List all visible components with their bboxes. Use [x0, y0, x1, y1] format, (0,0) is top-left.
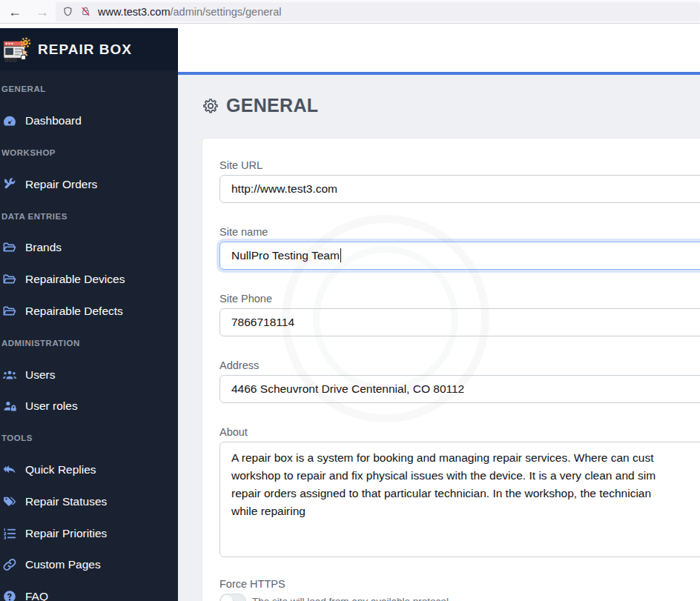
section-label-workshop: WORKSHOP [0, 137, 178, 169]
forward-button[interactable]: → [36, 1, 49, 23]
sidebar-item-label: Repairable Devices [25, 273, 125, 286]
sidebar-item-repair-orders[interactable]: Repair Orders [0, 168, 178, 200]
sidebar-nav: GENERAL Dashboard WORKSHOP Repair Orders… [0, 70, 178, 601]
site-url-label: Site URL [219, 158, 700, 173]
sidebar-item-dashboard[interactable]: Dashboard [0, 105, 178, 137]
sidebar-item-repair-priorities[interactable]: Repair Priorities [0, 517, 178, 549]
browser-toolbar: ← → www.test3.com/admin/settings/general [0, 0, 700, 24]
sidebar-brand[interactable]: REPAIR BOX [0, 28, 178, 70]
sidebar-item-label: Repair Orders [25, 178, 97, 191]
site-url-input[interactable]: http://www.test3.com [219, 175, 700, 203]
folder-open-icon [2, 240, 19, 255]
back-button[interactable]: ← [8, 1, 22, 23]
url-host: www.test3.com [98, 6, 171, 18]
sidebar-item-label: Repair Priorities [25, 527, 107, 540]
gauge-icon [2, 113, 19, 128]
sidebar-item-label: User roles [25, 399, 78, 413]
sidebar-item-brands[interactable]: Brands [0, 232, 178, 264]
brand-name: REPAIR BOX [38, 41, 132, 58]
sidebar-item-label: Custom Pages [25, 558, 101, 571]
sidebar-item-custom-pages[interactable]: Custom Pages [0, 549, 178, 581]
force-https-description: The site will load from any available pr… [252, 594, 449, 601]
circle-question-icon [2, 589, 19, 601]
top-navbar [178, 24, 700, 72]
folder-open-icon [2, 272, 19, 287]
tags-icon [2, 494, 19, 509]
sidebar-item-label: Brands [25, 241, 62, 254]
settings-form-card: Site URL http://www.test3.com Site name … [202, 138, 700, 601]
site-phone-label: Site Phone [219, 291, 700, 306]
link-icon [2, 557, 19, 572]
sidebar-item-repairable-devices[interactable]: Repairable Devices [0, 264, 178, 296]
url-bar[interactable]: www.test3.com/admin/settings/general [56, 2, 700, 21]
sidebar-item-label: Repairable Defects [25, 305, 123, 318]
sidebar-item-users[interactable]: Users [0, 359, 178, 391]
sidebar-item-label: Quick Replies [25, 463, 96, 477]
url-path: /admin/settings/general [171, 6, 282, 18]
tools-icon [2, 177, 19, 192]
main-content: GENERAL Site URL http://www.test3.com Si… [178, 75, 700, 601]
sidebar-item-faq[interactable]: FAQ [0, 581, 178, 601]
about-label: About [219, 425, 700, 439]
page-title: GENERAL [202, 95, 318, 116]
site-phone-input[interactable]: 7866718114 [219, 308, 700, 336]
section-label-tools: TOOLS [0, 422, 178, 454]
app-frame: REPAIR BOX GENERAL Dashboard WORKSHOP Re… [0, 24, 700, 601]
gear-icon [202, 97, 219, 115]
sidebar-item-label: Repair Statuses [25, 495, 107, 508]
about-textarea[interactable]: A repair box is a system for booking and… [219, 442, 700, 557]
sidebar-item-repairable-defects[interactable]: Repairable Defects [0, 296, 178, 328]
lock-slash-icon[interactable] [80, 6, 91, 17]
site-name-input[interactable]: NullPro Testing Team [219, 242, 700, 270]
sidebar-item-label: Users [25, 368, 55, 382]
users-icon [2, 368, 19, 382]
force-https-label: Force HTTPS [219, 577, 700, 591]
reply-icon [2, 462, 19, 477]
section-label-administration: ADMINISTRATION [0, 327, 178, 359]
sidebar-item-quick-replies[interactable]: Quick Replies [0, 454, 178, 486]
force-https-row: The site will load from any available pr… [219, 594, 700, 601]
sidebar-item-repair-statuses[interactable]: Repair Statuses [0, 485, 178, 517]
sidebar-item-label: FAQ [25, 590, 48, 601]
url-text[interactable]: www.test3.com/admin/settings/general [98, 6, 281, 18]
page-title-text: GENERAL [226, 95, 318, 116]
text-caret [340, 248, 342, 262]
site-name-label: Site name [219, 225, 700, 239]
section-label-data-entries: DATA ENTRIES [0, 200, 178, 232]
list-ol-icon [2, 526, 19, 541]
browser-window: ← → www.test3.com/admin/settings/general… [0, 0, 700, 601]
address-label: Address [219, 358, 700, 373]
user-lock-icon [2, 399, 19, 414]
shield-icon[interactable] [62, 6, 73, 17]
sidebar-item-user-roles[interactable]: User roles [0, 391, 178, 422]
address-input[interactable]: 4466 Scheuvront Drive Centennial, CO 801… [219, 375, 700, 403]
repair-box-logo-icon [3, 36, 31, 64]
section-label-general: GENERAL [0, 73, 178, 105]
toggle-knob [221, 595, 233, 601]
force-https-toggle[interactable] [219, 594, 246, 601]
folder-open-icon [2, 304, 19, 319]
sidebar-item-label: Dashboard [25, 114, 82, 127]
sidebar: REPAIR BOX GENERAL Dashboard WORKSHOP Re… [0, 28, 178, 601]
